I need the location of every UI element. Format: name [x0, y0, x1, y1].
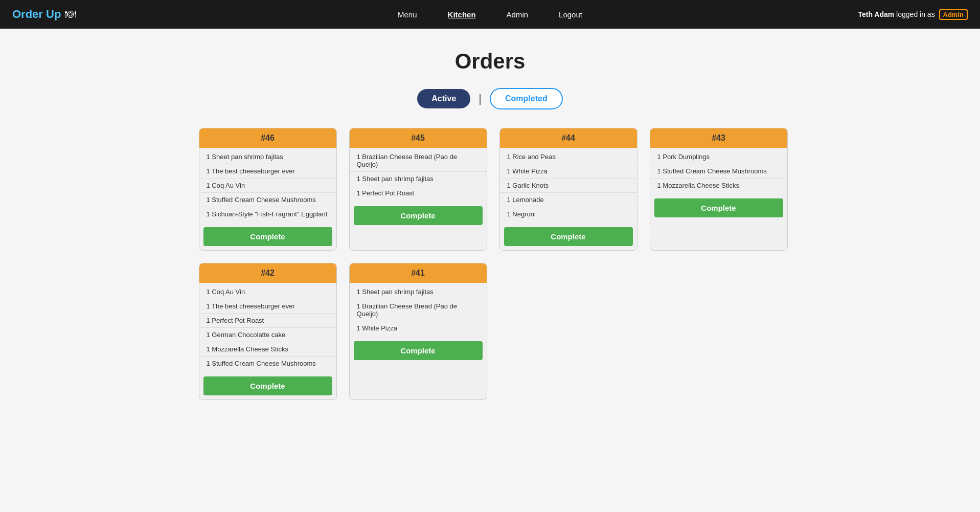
order-item: 1 Stuffed Cream Cheese Mushrooms [650, 164, 787, 179]
order-item: 1 White Pizza [350, 321, 487, 335]
username: Teth Adam [858, 10, 894, 18]
order-item: 1 Perfect Pot Roast [350, 186, 487, 200]
order-item: 1 Garlic Knots [500, 179, 637, 193]
order-item: 1 Brazilian Cheese Bread (Pao de Queijo) [350, 150, 487, 172]
order-items-list: 1 Pork Dumplings1 Stuffed Cream Cheese M… [650, 148, 787, 194]
nav-links: Menu Kitchen Admin Logout [398, 10, 582, 19]
order-card: #411 Sheet pan shrimp fajitas1 Brazilian… [349, 263, 487, 400]
order-card: #421 Coq Au Vin1 The best cheeseburger e… [199, 263, 337, 400]
order-item: 1 Sheet pan shrimp fajitas [199, 150, 336, 164]
nav-admin[interactable]: Admin [507, 10, 529, 19]
order-item: 1 Stuffed Cream Cheese Mushrooms [199, 193, 336, 207]
complete-button-#42[interactable]: Complete [203, 376, 332, 395]
order-item: 1 Mozzarella Cheese Sticks [199, 342, 336, 357]
main-content: Orders Active | Completed #461 Sheet pan… [0, 29, 980, 420]
order-card: #431 Pork Dumplings1 Stuffed Cream Chees… [650, 128, 788, 251]
complete-button-#44[interactable]: Complete [504, 227, 633, 246]
order-item: 1 The best cheeseburger ever [199, 299, 336, 314]
order-header-#43: #43 [650, 128, 787, 148]
order-item: 1 Negroni [500, 207, 637, 221]
brand-icon: 🍽 [65, 8, 76, 21]
user-role-badge: Admin [939, 9, 968, 20]
order-item: 1 Mozzarella Cheese Sticks [650, 179, 787, 192]
order-card: #441 Rice and Peas1 White Pizza1 Garlic … [499, 128, 637, 251]
complete-button-#43[interactable]: Complete [654, 198, 783, 217]
nav-kitchen[interactable]: Kitchen [448, 10, 476, 19]
complete-button-#45[interactable]: Complete [354, 206, 483, 225]
order-card: #461 Sheet pan shrimp fajitas1 The best … [199, 128, 337, 251]
tab-active[interactable]: Active [417, 89, 470, 108]
order-items-list: 1 Sheet pan shrimp fajitas1 The best che… [199, 148, 336, 223]
brand: Order Up 🍽 [12, 8, 76, 21]
order-item: 1 Stuffed Cream Cheese Mushrooms [199, 357, 336, 370]
order-items-list: 1 Rice and Peas1 White Pizza1 Garlic Kno… [500, 148, 637, 223]
user-info: Teth Adam logged in as Admin [858, 10, 968, 18]
brand-name: Order Up [12, 8, 61, 21]
nav-menu[interactable]: Menu [398, 10, 417, 19]
order-items-list: 1 Brazilian Cheese Bread (Pao de Queijo)… [350, 148, 487, 202]
order-header-#41: #41 [350, 263, 487, 283]
tab-divider: | [478, 92, 482, 105]
order-card: #451 Brazilian Cheese Bread (Pao de Quei… [349, 128, 487, 251]
order-item: 1 Sheet pan shrimp fajitas [350, 285, 487, 299]
tabs-container: Active | Completed [417, 88, 562, 109]
order-item: 1 Sheet pan shrimp fajitas [350, 172, 487, 186]
orders-grid: #461 Sheet pan shrimp fajitas1 The best … [199, 128, 782, 400]
order-header-#42: #42 [199, 263, 336, 283]
order-header-#46: #46 [199, 128, 336, 148]
navbar: Order Up 🍽 Menu Kitchen Admin Logout Tet… [0, 0, 980, 29]
order-item: 1 Rice and Peas [500, 150, 637, 164]
order-item: 1 White Pizza [500, 164, 637, 179]
order-header-#45: #45 [350, 128, 487, 148]
order-item: 1 Lemonade [500, 193, 637, 207]
order-item: 1 Brazilian Cheese Bread (Pao de Queijo) [350, 299, 487, 321]
order-items-list: 1 Coq Au Vin1 The best cheeseburger ever… [199, 283, 336, 372]
order-item: 1 Coq Au Vin [199, 179, 336, 193]
page-title: Orders [455, 49, 526, 74]
nav-logout[interactable]: Logout [559, 10, 582, 19]
order-item: 1 Pork Dumplings [650, 150, 787, 164]
order-item: 1 Coq Au Vin [199, 285, 336, 299]
complete-button-#41[interactable]: Complete [354, 341, 483, 360]
order-item: 1 Sichuan-Style "Fish-Fragrant" Eggplant [199, 207, 336, 221]
order-item: 1 The best cheeseburger ever [199, 164, 336, 179]
order-item: 1 German Chocolatte cake [199, 328, 336, 342]
tab-completed[interactable]: Completed [490, 88, 563, 109]
order-header-#44: #44 [500, 128, 637, 148]
complete-button-#46[interactable]: Complete [203, 227, 332, 246]
order-item: 1 Perfect Pot Roast [199, 314, 336, 328]
order-items-list: 1 Sheet pan shrimp fajitas1 Brazilian Ch… [350, 283, 487, 337]
